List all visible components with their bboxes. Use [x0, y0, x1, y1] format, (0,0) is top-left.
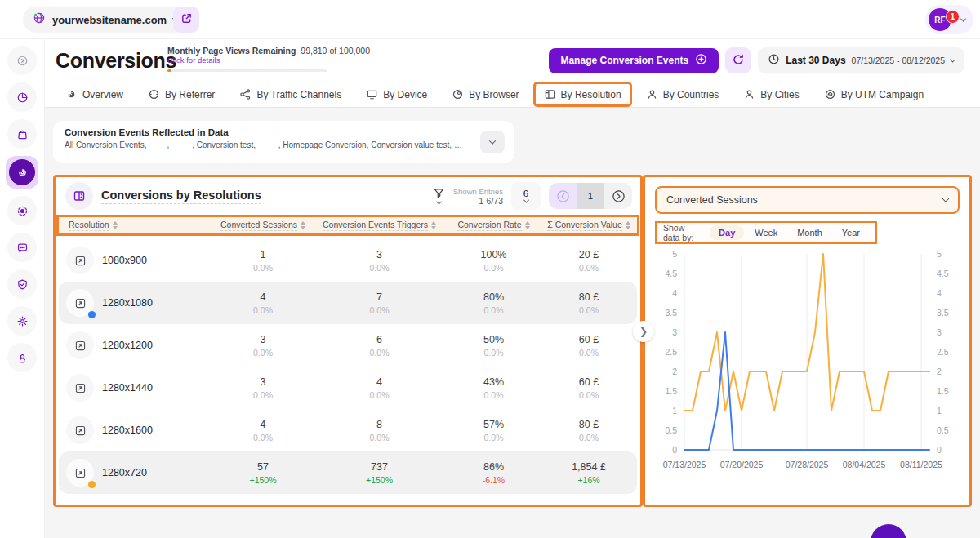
- svg-text:4.5: 4.5: [937, 269, 949, 278]
- chevron-down-icon: [489, 137, 496, 144]
- tab-by-browser[interactable]: By Browser: [441, 82, 529, 107]
- table-row[interactable]: 1280x108040.0%70.0%80%0.0%80 £0.0%: [59, 282, 637, 324]
- referrer-icon: [148, 88, 160, 100]
- sidebar-item-ecommerce[interactable]: [7, 119, 37, 149]
- svg-text:0: 0: [672, 445, 677, 455]
- shown-entries-label: Shown Entries: [453, 187, 503, 196]
- period-button-year[interactable]: Year: [833, 225, 869, 240]
- manage-conversion-events-button[interactable]: Manage Conversion Events: [549, 48, 719, 73]
- ecommerce-icon: [16, 128, 29, 140]
- current-page[interactable]: 1: [577, 183, 604, 209]
- next-page-button[interactable]: [604, 183, 632, 209]
- refresh-button[interactable]: [725, 47, 751, 73]
- globe-icon: [33, 11, 46, 28]
- tab-by-traffic-channels[interactable]: By Traffic Channels: [229, 82, 352, 107]
- chevron-down-icon: [523, 198, 528, 203]
- period-button-day[interactable]: Day: [710, 225, 744, 240]
- resolution-value: 1280x1440: [102, 382, 153, 393]
- open-website-button[interactable]: [173, 7, 199, 33]
- metric-dropdown[interactable]: Converted Sessions: [655, 186, 960, 214]
- metric-cell: 737+150%: [312, 461, 447, 485]
- sidebar-item-session-recordings[interactable]: [7, 196, 37, 225]
- svg-text:2.5: 2.5: [937, 347, 949, 357]
- sidebar-item-visitor-location[interactable]: [7, 343, 37, 372]
- tab-by-cities[interactable]: By Cities: [733, 82, 809, 107]
- tab-label: By Referrer: [165, 89, 215, 100]
- shown-entries: Shown Entries 1-6/73: [453, 187, 503, 206]
- resolution-value: 1080x900: [102, 255, 147, 266]
- svg-text:1.5: 1.5: [665, 386, 677, 396]
- svg-text:1.5: 1.5: [937, 386, 949, 396]
- sidebar-item-analytics[interactable]: [7, 82, 37, 112]
- period-button-month[interactable]: Month: [788, 225, 831, 240]
- account-menu[interactable]: RF 1: [925, 5, 973, 34]
- panel-toggle-icon: [16, 55, 29, 67]
- svg-text:3.5: 3.5: [937, 308, 949, 318]
- svg-text:3.5: 3.5: [665, 308, 677, 318]
- sidebar-item-settings[interactable]: [7, 306, 37, 336]
- expand-row-button[interactable]: [66, 416, 94, 444]
- svg-text:07/28/2025: 07/28/2025: [786, 460, 829, 469]
- column-header-resolution[interactable]: Resolution: [59, 220, 214, 231]
- tab-label: By UTM Campaign: [841, 89, 924, 100]
- sidebar-item-privacy[interactable]: [7, 269, 37, 299]
- device-icon: [366, 88, 378, 100]
- metric-cell: 1,854 £+16%: [541, 461, 637, 485]
- conversion-events-filter: Conversion Events Reflected in Data All …: [53, 121, 514, 163]
- svg-text:0.5: 0.5: [937, 425, 949, 435]
- expand-row-button[interactable]: [66, 459, 94, 487]
- svg-text:5: 5: [672, 249, 677, 259]
- expand-row-button[interactable]: [66, 247, 94, 274]
- column-header--conversion-value[interactable]: Σ Conversion Value: [541, 220, 637, 231]
- tab-by-utm-campaign[interactable]: By UTM Campaign: [813, 82, 934, 107]
- prev-page-button[interactable]: [549, 183, 577, 209]
- table-row[interactable]: 1280x144030.0%40.0%43%0.0%60 £0.0%: [59, 367, 637, 409]
- tab-by-device[interactable]: By Device: [355, 82, 438, 107]
- collapse-panel-handle[interactable]: ❯: [633, 321, 654, 342]
- sort-icon: [431, 221, 436, 229]
- resolution-cell: 1080x900: [59, 247, 214, 274]
- table-row[interactable]: 1280x72057+150%737+150%86%-6.1%1,854 £+1…: [59, 451, 637, 494]
- metric-cell: 60.0%: [312, 334, 447, 358]
- column-header-conversion-rate[interactable]: Conversion Rate: [447, 220, 541, 231]
- svg-text:07/13/2025: 07/13/2025: [663, 460, 706, 469]
- tab-by-referrer[interactable]: By Referrer: [137, 82, 225, 107]
- sidebar-item-conversions[interactable]: [6, 156, 38, 189]
- quota-details-link[interactable]: Click for details: [167, 56, 331, 64]
- table-row[interactable]: 1280x160040.0%80.0%57%0.0%80 £0.0%: [59, 409, 637, 451]
- tab-by-resolution[interactable]: By Resolution: [533, 82, 632, 107]
- svg-text:2: 2: [937, 367, 942, 376]
- cities-icon: [743, 88, 755, 100]
- table-row[interactable]: 1280x120030.0%60.0%50%0.0%60 £0.0%: [59, 324, 637, 367]
- page-size-selector[interactable]: 6: [511, 182, 541, 210]
- quota-label: Monthly Page Views Remaining: [167, 46, 296, 56]
- date-range-selector[interactable]: Last 30 Days 07/13/2025 - 08/12/2025: [758, 47, 964, 73]
- column-header-converted-sessions[interactable]: Converted Sessions: [214, 220, 312, 231]
- svg-text:08/04/2025: 08/04/2025: [843, 460, 886, 469]
- sort-icon: [525, 221, 530, 229]
- sidebar-item-panel-toggle[interactable]: [7, 46, 37, 75]
- filter-expand-button[interactable]: [480, 131, 505, 153]
- refresh-icon: [732, 53, 745, 69]
- metric-cell: 80 £0.0%: [541, 291, 637, 315]
- website-selector[interactable]: yourwebsitename.com: [23, 7, 188, 33]
- svg-text:1: 1: [937, 406, 942, 416]
- content: Conversion Events Reflected in Data All …: [45, 108, 980, 538]
- period-button-week[interactable]: Week: [746, 225, 786, 240]
- shown-entries-value: 1-6/73: [453, 196, 503, 206]
- filter-funnel-button[interactable]: [433, 187, 445, 205]
- overview-icon: [65, 88, 78, 100]
- expand-row-button[interactable]: [66, 289, 94, 317]
- chevron-down-icon: [960, 16, 966, 21]
- table-row[interactable]: 1080x90010.0%30.0%100%0.0%20 £0.0%: [59, 239, 637, 282]
- sidebar-item-feedback[interactable]: [7, 233, 37, 262]
- website-name: yourwebsitename.com: [52, 14, 167, 26]
- table-body: 1080x90010.0%30.0%100%0.0%20 £0.0% 1280x…: [56, 239, 640, 494]
- column-header-conversion-events-triggers[interactable]: Conversion Events Triggers: [312, 220, 447, 231]
- tab-overview[interactable]: Overview: [55, 82, 134, 107]
- resolution-cell: 1280x1200: [59, 331, 214, 359]
- expand-row-button[interactable]: [66, 331, 94, 359]
- expand-row-button[interactable]: [66, 374, 94, 402]
- date-range-value: 07/13/2025 - 08/12/2025: [852, 56, 945, 65]
- tab-by-countries[interactable]: By Countries: [635, 82, 730, 107]
